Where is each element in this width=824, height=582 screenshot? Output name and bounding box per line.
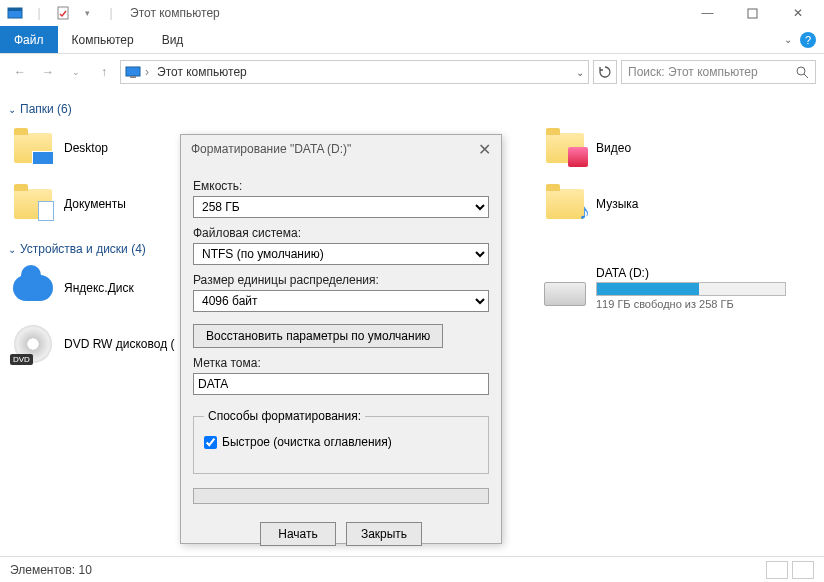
titlebar: | ▾ | Этот компьютер — ✕	[0, 0, 824, 26]
breadcrumb-sep-icon: ›	[145, 65, 149, 79]
device-label: Яндекс.Диск	[64, 281, 134, 295]
nav-forward-icon[interactable]: →	[36, 60, 60, 84]
close-button[interactable]: ✕	[775, 0, 820, 26]
allocation-label: Размер единицы распределения:	[193, 273, 489, 287]
address-pc-icon	[125, 65, 141, 79]
volume-label-input[interactable]	[193, 373, 489, 395]
drive-usage-bar	[596, 282, 786, 296]
menubar: Файл Компьютер Вид ⌄ ?	[0, 26, 824, 54]
drive-name: DATA (D:)	[596, 266, 786, 280]
dialog-close-icon[interactable]: ✕	[478, 140, 491, 159]
format-options-legend: Способы форматирования:	[204, 409, 365, 423]
qat-separator: |	[28, 2, 50, 24]
section-folders-label: Папки (6)	[20, 102, 72, 116]
svg-rect-1	[8, 8, 22, 11]
status-bar: Элементов: 10	[0, 556, 824, 582]
drive-icon	[544, 282, 586, 306]
status-elements: Элементов: 10	[10, 563, 92, 577]
format-progress-bar	[193, 488, 489, 504]
quick-format-checkbox[interactable]	[204, 436, 217, 449]
restore-defaults-button[interactable]: Восстановить параметры по умолчанию	[193, 324, 443, 348]
capacity-label: Емкость:	[193, 179, 489, 193]
folder-icon	[546, 133, 584, 163]
cloud-icon	[13, 275, 53, 301]
view-details-icon[interactable]	[766, 561, 788, 579]
chevron-down-icon: ⌄	[8, 104, 16, 115]
minimize-button[interactable]: —	[685, 0, 730, 26]
filesystem-select[interactable]: NTFS (по умолчанию)	[193, 243, 489, 265]
device-data-drive[interactable]: DATA (D:) 119 ГБ свободно из 258 ГБ	[540, 260, 792, 316]
folder-label: Видео	[596, 141, 631, 155]
window-title: Этот компьютер	[130, 6, 220, 20]
folder-icon	[14, 133, 52, 163]
nav-back-icon[interactable]: ←	[8, 60, 32, 84]
folder-video[interactable]: Видео	[540, 120, 792, 176]
section-devices-label: Устройства и диски (4)	[20, 242, 146, 256]
device-label: DVD RW дисковод (	[64, 337, 175, 351]
qat-dropdown-icon[interactable]: ▾	[76, 2, 98, 24]
section-folders-header[interactable]: ⌄ Папки (6)	[8, 98, 816, 120]
search-input[interactable]: Поиск: Этот компьютер	[621, 60, 816, 84]
folder-label: Документы	[64, 197, 126, 211]
svg-rect-4	[126, 67, 140, 76]
close-button-dialog[interactable]: Закрыть	[346, 522, 422, 546]
folder-music[interactable]: ♪ Музыка	[540, 176, 792, 232]
folder-label: Музыка	[596, 197, 638, 211]
maximize-button[interactable]	[730, 0, 775, 26]
volume-label-label: Метка тома:	[193, 356, 489, 370]
menu-view[interactable]: Вид	[148, 26, 198, 53]
svg-line-7	[804, 74, 808, 78]
breadcrumb-current[interactable]: Этот компьютер	[153, 65, 251, 79]
menu-computer[interactable]: Компьютер	[58, 26, 148, 53]
system-menu-icon[interactable]	[4, 2, 26, 24]
chevron-down-icon: ⌄	[8, 244, 16, 255]
format-dialog: Форматирование "DATA (D:)" ✕ Емкость: 25…	[180, 134, 502, 544]
svg-point-6	[797, 67, 805, 75]
dialog-title: Форматирование "DATA (D:)"	[191, 142, 351, 156]
help-icon[interactable]: ?	[800, 32, 816, 48]
search-icon	[796, 66, 809, 79]
search-placeholder: Поиск: Этот компьютер	[628, 65, 796, 79]
menu-file[interactable]: Файл	[0, 26, 58, 53]
folder-icon	[14, 189, 52, 219]
dialog-titlebar[interactable]: Форматирование "DATA (D:)" ✕	[181, 135, 501, 163]
address-bar[interactable]: › Этот компьютер ⌄	[120, 60, 589, 84]
disc-icon: DVD	[14, 325, 52, 363]
filesystem-label: Файловая система:	[193, 226, 489, 240]
navbar: ← → ⌄ ↑ › Этот компьютер ⌄ Поиск: Этот к…	[0, 54, 824, 90]
start-button[interactable]: Начать	[260, 522, 336, 546]
qat-separator-2: |	[100, 2, 122, 24]
address-dropdown-icon[interactable]: ⌄	[576, 67, 584, 78]
allocation-select[interactable]: 4096 байт	[193, 290, 489, 312]
svg-rect-5	[130, 76, 136, 78]
format-options-group: Способы форматирования: Быстрое (очистка…	[193, 409, 489, 474]
nav-recent-icon[interactable]: ⌄	[64, 60, 88, 84]
capacity-select[interactable]: 258 ГБ	[193, 196, 489, 218]
view-large-icon[interactable]	[792, 561, 814, 579]
qat-properties-icon[interactable]	[52, 2, 74, 24]
svg-rect-3	[748, 9, 757, 18]
drive-free-text: 119 ГБ свободно из 258 ГБ	[596, 298, 786, 310]
ribbon-expand-icon[interactable]: ⌄	[784, 34, 792, 45]
quick-format-label: Быстрое (очистка оглавления)	[222, 435, 392, 449]
svg-rect-2	[58, 7, 68, 19]
folder-label: Desktop	[64, 141, 108, 155]
refresh-button[interactable]	[593, 60, 617, 84]
nav-up-icon[interactable]: ↑	[92, 60, 116, 84]
folder-icon: ♪	[546, 189, 584, 219]
